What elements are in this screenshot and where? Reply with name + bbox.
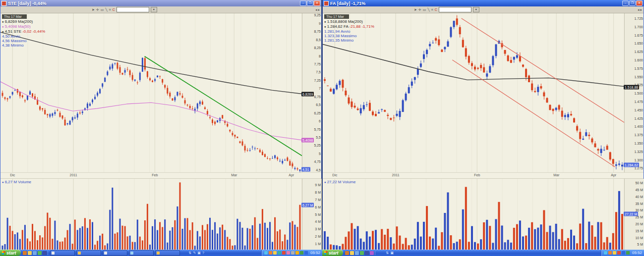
titlebar[interactable]: STE [daily] -0,44% –❐✕ bbox=[0, 0, 321, 6]
tray-alert-icon[interactable] bbox=[613, 251, 616, 255]
display-icon[interactable]: ▣ bbox=[197, 251, 201, 255]
help-icon[interactable]: ? bbox=[202, 251, 204, 255]
legend-text: 6,8269 Ma(200) bbox=[5, 19, 33, 24]
volume-tick-label: 20 M bbox=[635, 222, 643, 225]
scroll-left-icon[interactable]: ◂ bbox=[638, 7, 640, 12]
volume-chart[interactable]: ●27,22 M Volume 50 M45 M40 M35 M30 M25 M… bbox=[323, 178, 644, 251]
month-label: Mar bbox=[553, 173, 559, 177]
volume-plot[interactable] bbox=[323, 179, 624, 251]
tray-sync-icon[interactable] bbox=[278, 251, 281, 255]
start-button[interactable]: start bbox=[0, 250, 21, 256]
trendline-icon[interactable]: ╲ bbox=[105, 7, 107, 12]
tray-antivirus-icon[interactable] bbox=[282, 251, 286, 255]
volume-tick-label: 5 M bbox=[315, 212, 321, 216]
quick-launch-mail[interactable] bbox=[355, 251, 359, 255]
price-tick-label: 1.325 bbox=[634, 150, 643, 153]
task-button-4[interactable] bbox=[129, 250, 154, 256]
quick-launch-browser[interactable] bbox=[345, 251, 349, 255]
price-tick-label: 1.475 bbox=[634, 100, 643, 103]
symbol-input[interactable] bbox=[439, 7, 471, 12]
tray-media-icon[interactable] bbox=[287, 251, 290, 255]
minimize-button[interactable]: – bbox=[300, 0, 306, 6]
tray-power-icon[interactable] bbox=[295, 251, 299, 255]
price-tick-label: 1.300 bbox=[634, 158, 643, 161]
price-tick-label: 1.500 bbox=[634, 92, 643, 95]
pointer-icon[interactable]: ➤ bbox=[92, 7, 95, 12]
tray-update-icon[interactable] bbox=[608, 251, 612, 255]
close-button[interactable]: ✕ bbox=[636, 0, 643, 6]
pen-icon[interactable]: ✎ bbox=[193, 251, 196, 255]
legend-text: 1.323,38 Massimo bbox=[324, 34, 356, 38]
maximize-button[interactable]: ❐ bbox=[307, 0, 313, 6]
task-button-2[interactable] bbox=[76, 250, 101, 256]
window-title: FA [daily] -1,71% bbox=[330, 1, 621, 6]
indicator-icon[interactable]: C bbox=[113, 7, 115, 12]
tray-connection-icon[interactable] bbox=[304, 251, 308, 255]
scroll-right-icon[interactable]: ▸ bbox=[318, 7, 320, 12]
price-tick-label: 1.375 bbox=[634, 133, 643, 137]
maximize-button[interactable]: ❐ bbox=[629, 0, 636, 6]
toolbar-icons: ➤✛▭╲≡C bbox=[92, 7, 115, 12]
volume-chart[interactable]: ●6,27 M Volume 9 M8 M7 M6 M5 M4 M3 M2 M1… bbox=[0, 178, 321, 251]
volume-plot[interactable] bbox=[0, 179, 302, 251]
price-tick-label: 1.625 bbox=[634, 50, 643, 53]
symbol-input[interactable] bbox=[117, 7, 149, 12]
crosshair-icon[interactable]: ✛ bbox=[96, 7, 99, 12]
levels-icon[interactable]: ≡ bbox=[109, 7, 111, 12]
legend-line: ●4,51 STE -0,02 -0,44% bbox=[2, 29, 45, 34]
trendline-icon[interactable]: ╲ bbox=[427, 7, 429, 12]
tray-messenger-icon[interactable] bbox=[264, 251, 268, 255]
quick-launch-app[interactable] bbox=[43, 251, 47, 255]
app-icon bbox=[1, 1, 6, 6]
close-button[interactable]: ✕ bbox=[314, 0, 320, 6]
task-button-3[interactable] bbox=[103, 250, 127, 256]
volume-tick-label: 4 M bbox=[315, 220, 321, 223]
quick-launch-folder[interactable] bbox=[28, 251, 32, 255]
quick-launch-mail[interactable] bbox=[33, 251, 37, 255]
legend-line: ●5,4098 Ma(50) bbox=[2, 24, 45, 29]
levels-icon[interactable]: ≡ bbox=[431, 7, 433, 12]
crosshair-icon[interactable]: ✛ bbox=[418, 7, 421, 12]
toolbar-dropdown[interactable]: ▾ bbox=[473, 7, 479, 12]
price-tick-label: 5,25 bbox=[314, 144, 321, 147]
tray-antivirus-icon[interactable] bbox=[617, 251, 621, 255]
tray-network-icon[interactable] bbox=[626, 251, 630, 255]
task-button-5[interactable] bbox=[155, 250, 180, 256]
window-title: STE [daily] -0,44% bbox=[8, 1, 298, 6]
pointer-icon[interactable]: ➤ bbox=[414, 7, 417, 12]
volume-tick-label: 35 M bbox=[635, 202, 643, 205]
tray-alert-icon[interactable] bbox=[273, 251, 277, 255]
updown-arrows-icon[interactable]: ⇅ bbox=[386, 251, 389, 255]
price-chart[interactable]: Thu 17 Mar ●6,8269 Ma(200)●5,4098 Ma(50)… bbox=[0, 13, 321, 172]
quick-launch-app[interactable] bbox=[365, 251, 369, 255]
tray-messenger-icon[interactable] bbox=[604, 251, 607, 255]
candlestick-plot[interactable] bbox=[0, 13, 302, 172]
quick-launch-media[interactable] bbox=[370, 251, 374, 255]
indicator-icon[interactable]: C bbox=[435, 7, 437, 12]
price-tick-label: 1.575 bbox=[634, 66, 643, 70]
tray-network-icon[interactable] bbox=[300, 251, 303, 255]
start-button[interactable]: start bbox=[322, 250, 343, 256]
tray-update-icon[interactable] bbox=[269, 251, 272, 255]
minimize-button[interactable]: – bbox=[622, 0, 629, 6]
tray-volume-icon[interactable] bbox=[291, 251, 294, 255]
tray-icons bbox=[604, 251, 630, 255]
tray-connection-icon[interactable] bbox=[622, 251, 625, 255]
rectangle-icon[interactable]: ▭ bbox=[423, 7, 426, 12]
toolbar-dropdown[interactable]: ▾ bbox=[151, 7, 157, 12]
price-chart[interactable]: Thu 17 Mar ●1.518,8808 Ma(200)●1.284,62 … bbox=[323, 13, 644, 172]
titlebar[interactable]: FA [daily] -1,71% –❐✕ bbox=[323, 0, 644, 6]
quick-launch-desktop[interactable] bbox=[38, 251, 42, 255]
quick-launch-folder[interactable] bbox=[350, 251, 354, 255]
updown-arrows-icon[interactable]: ⇅ bbox=[189, 251, 192, 255]
quick-launch-browser[interactable] bbox=[23, 251, 27, 255]
scroll-left-icon[interactable]: ◂ bbox=[315, 7, 317, 12]
display-icon[interactable]: ▣ bbox=[390, 251, 394, 255]
quick-launch-desktop[interactable] bbox=[360, 251, 364, 255]
scroll-right-icon[interactable]: ▸ bbox=[640, 7, 642, 12]
rectangle-icon[interactable]: ▭ bbox=[101, 7, 104, 12]
legend-change: -0,02 -0,44% bbox=[21, 29, 45, 34]
chart-window-left: STE [daily] -0,44% –❐✕ ➤✛▭╲≡C ▾ ◂▸ Thu 1… bbox=[0, 0, 322, 250]
volume-tick-label: 9 M bbox=[315, 183, 321, 186]
task-button-1[interactable] bbox=[50, 250, 75, 256]
